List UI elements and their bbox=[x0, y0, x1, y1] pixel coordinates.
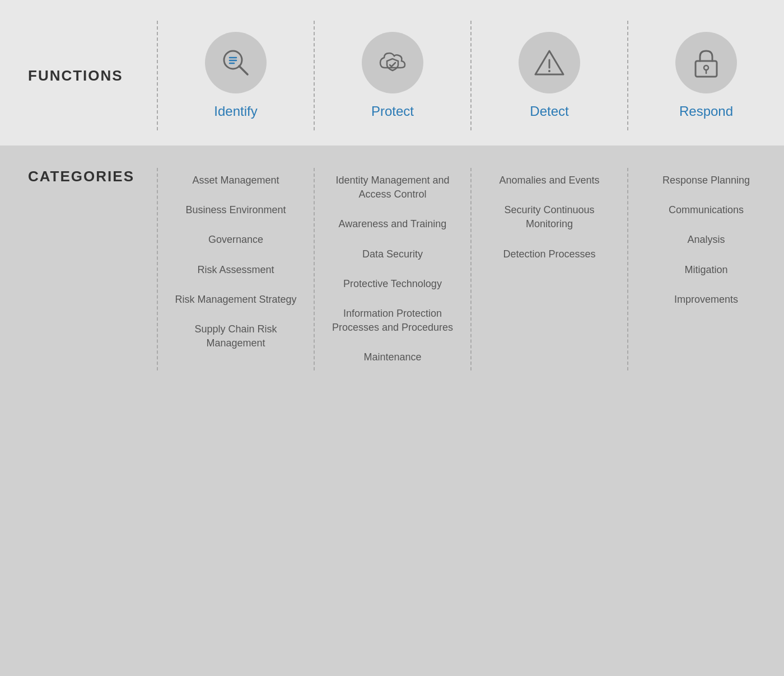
respond-icon bbox=[690, 45, 722, 80]
list-item: Anomalies and Events bbox=[499, 173, 599, 187]
protect-categories: Identity Management and Access Control A… bbox=[314, 168, 470, 370]
protect-icon bbox=[375, 46, 411, 79]
detect-icon-circle bbox=[519, 32, 580, 93]
detect-label: Detect bbox=[530, 104, 568, 119]
functions-grid: Identify Protect bbox=[157, 21, 784, 130]
respond-icon-circle bbox=[675, 32, 737, 93]
list-item: Security Continuous Monitoring bbox=[483, 203, 616, 231]
list-item: Response Planning bbox=[662, 173, 750, 187]
list-item: Detection Processes bbox=[503, 247, 595, 261]
functions-label: FUNCTIONS bbox=[0, 67, 157, 84]
detect-categories: Anomalies and Events Security Continuous… bbox=[470, 168, 627, 370]
function-col-identify: Identify bbox=[157, 21, 314, 130]
list-item: Asset Management bbox=[192, 173, 279, 187]
list-item: Supply Chain Risk Management bbox=[169, 322, 302, 350]
function-col-detect: Detect bbox=[470, 21, 627, 130]
list-item: Risk Assessment bbox=[197, 263, 274, 277]
list-item: Data Security bbox=[362, 247, 423, 261]
categories-label: CATEGORIES bbox=[0, 168, 157, 185]
identify-icon-circle bbox=[205, 32, 267, 93]
svg-point-6 bbox=[548, 70, 550, 72]
list-item: Business Environment bbox=[185, 203, 286, 217]
list-item: Maintenance bbox=[363, 350, 421, 364]
list-item: Mitigation bbox=[684, 263, 727, 277]
protect-icon-circle bbox=[362, 32, 423, 93]
list-item: Risk Management Strategy bbox=[175, 293, 296, 307]
categories-grid: Asset Management Business Environment Go… bbox=[157, 168, 784, 370]
categories-section: CATEGORIES Asset Management Business Env… bbox=[0, 145, 784, 676]
functions-section: FUNCTIONS Identify bbox=[0, 0, 784, 145]
function-col-protect: Protect bbox=[314, 21, 470, 130]
list-item: Governance bbox=[208, 233, 263, 247]
list-item: Analysis bbox=[687, 233, 725, 247]
identify-label: Identify bbox=[214, 104, 257, 119]
identify-categories: Asset Management Business Environment Go… bbox=[157, 168, 314, 370]
list-item: Information Protection Processes and Pro… bbox=[326, 307, 459, 335]
protect-label: Protect bbox=[371, 104, 414, 119]
svg-rect-7 bbox=[696, 61, 717, 77]
page: FUNCTIONS Identify bbox=[0, 0, 784, 676]
detect-icon bbox=[532, 46, 567, 79]
list-item: Identity Management and Access Control bbox=[326, 173, 459, 201]
respond-label: Respond bbox=[679, 104, 733, 119]
respond-categories: Response Planning Communications Analysi… bbox=[627, 168, 784, 370]
function-col-respond: Respond bbox=[627, 21, 784, 130]
svg-line-1 bbox=[239, 66, 248, 74]
list-item: Communications bbox=[669, 203, 744, 217]
list-item: Improvements bbox=[674, 293, 738, 307]
list-item: Awareness and Training bbox=[339, 217, 447, 231]
list-item: Protective Technology bbox=[343, 277, 442, 291]
identify-icon bbox=[220, 46, 252, 79]
